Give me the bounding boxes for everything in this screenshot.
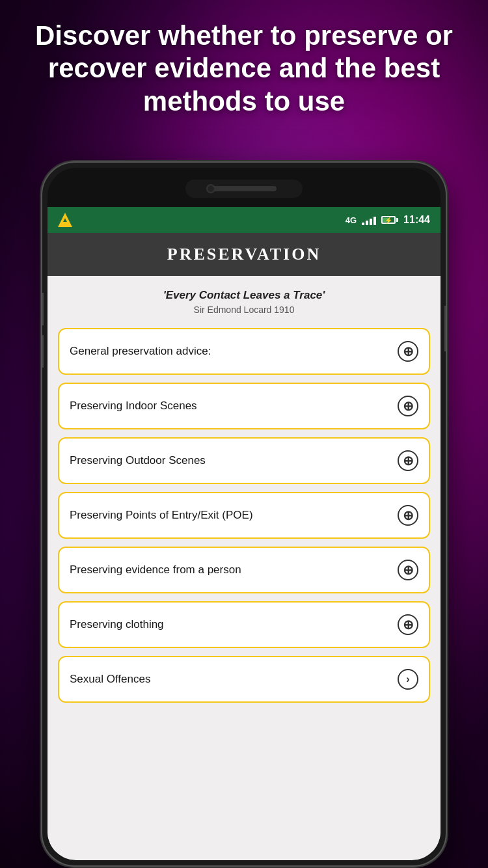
quote-section: 'Every Contact Leaves a Trace' Sir Edmon… [58, 289, 430, 315]
menu-item-label: General preservation advice: [70, 345, 398, 358]
menu-item-preserving-clothing[interactable]: Preserving clothing ⊕ [58, 601, 430, 648]
plus-icon: ⊕ [403, 345, 414, 358]
content-area: 'Every Contact Leaves a Trace' Sir Edmon… [47, 276, 441, 851]
navigate-icon-sexual-offences: › [398, 669, 418, 690]
menu-item-sexual-offences[interactable]: Sexual Offences › [58, 656, 430, 703]
battery-icon: ⚡ [381, 216, 398, 224]
menu-item-label: Preserving Indoor Scenes [70, 400, 398, 413]
signal-bar-2 [366, 221, 368, 225]
plus-icon: ⊕ [403, 509, 414, 522]
time-label: 11:44 [403, 214, 430, 226]
plus-icon: ⊕ [403, 563, 414, 576]
signal-bar-3 [370, 219, 372, 225]
warning-icon [58, 213, 72, 227]
menu-item-points-of-entry[interactable]: Preserving Points of Entry/Exit (POE) ⊕ [58, 492, 430, 539]
expand-icon-general: ⊕ [398, 341, 418, 362]
menu-item-label: Preserving clothing [70, 618, 398, 631]
expand-icon-indoor: ⊕ [398, 396, 418, 416]
plus-icon: ⊕ [403, 454, 414, 467]
expand-icon-poe: ⊕ [398, 505, 418, 526]
status-bar: 4G ⚡ 11:44 [47, 207, 441, 233]
phone-screen: 4G ⚡ 11:44 [47, 207, 441, 860]
camera-bar [185, 180, 303, 198]
quote-author: Sir Edmond Locard 1910 [58, 305, 430, 315]
phone-inner-bezel: 4G ⚡ 11:44 [47, 168, 441, 860]
signal-4g-label: 4G [346, 215, 357, 225]
plus-icon: ⊕ [403, 618, 414, 631]
app-title: PRESERVATION [47, 245, 441, 264]
status-right-group: 4G ⚡ 11:44 [346, 214, 430, 226]
signal-bars-icon [362, 215, 376, 225]
power-button [444, 306, 446, 351]
chevron-right-icon: › [406, 673, 409, 685]
hero-text: Discover whether to preserve or recover … [0, 20, 488, 118]
volume-down-button [42, 335, 44, 368]
plus-icon: ⊕ [403, 400, 414, 413]
volume-up-button [42, 293, 44, 325]
app-header: PRESERVATION [47, 233, 441, 276]
menu-list: General preservation advice: ⊕ Preservin… [58, 328, 430, 703]
battery-tip [396, 218, 398, 222]
menu-item-label: Preserving evidence from a person [70, 563, 398, 576]
quote-text: 'Every Contact Leaves a Trace' [58, 289, 430, 302]
menu-item-general-preservation[interactable]: General preservation advice: ⊕ [58, 328, 430, 375]
expand-icon-clothing: ⊕ [398, 614, 418, 635]
menu-item-indoor-scenes[interactable]: Preserving Indoor Scenes ⊕ [58, 383, 430, 429]
expand-icon-person: ⊕ [398, 560, 418, 580]
menu-item-label: Sexual Offences [70, 673, 398, 686]
expand-icon-outdoor: ⊕ [398, 450, 418, 471]
menu-item-label: Preserving Outdoor Scenes [70, 454, 398, 467]
battery-body: ⚡ [381, 216, 396, 224]
signal-bar-4 [373, 217, 376, 225]
phone-frame: 4G ⚡ 11:44 [42, 163, 446, 865]
menu-item-evidence-from-person[interactable]: Preserving evidence from a person ⊕ [58, 547, 430, 593]
speaker-icon [211, 186, 277, 191]
menu-item-outdoor-scenes[interactable]: Preserving Outdoor Scenes ⊕ [58, 437, 430, 484]
signal-bar-1 [362, 223, 364, 225]
menu-item-label: Preserving Points of Entry/Exit (POE) [70, 509, 398, 522]
camera-icon [206, 184, 215, 193]
